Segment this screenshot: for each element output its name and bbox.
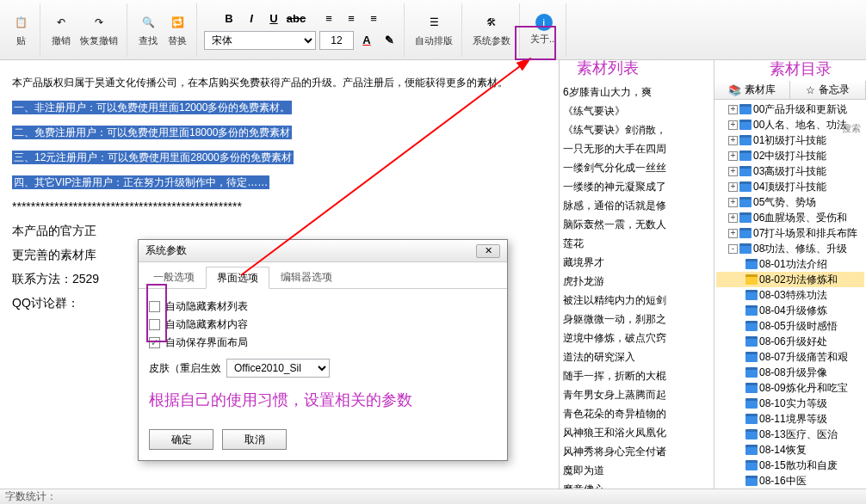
tree-body[interactable]: +00产品升级和更新说+00人名、地名、功法+01初级打斗技能+02中级打斗技能… (714, 100, 866, 489)
expand-icon[interactable]: + (728, 151, 738, 161)
tree-item[interactable]: 08-04升级修炼 (716, 303, 864, 318)
ok-button[interactable]: 确定 (149, 429, 213, 450)
tree-item-label: 04顶级打斗技能 (753, 179, 826, 194)
checkbox-save-layout[interactable]: ✓ (149, 337, 160, 348)
expand-icon[interactable]: + (728, 167, 738, 176)
material-list-item[interactable]: 青色花朵的奇异植物的 (563, 404, 710, 423)
material-list-item[interactable]: 身躯微微一动，刹那之 (563, 310, 710, 329)
tree-item[interactable]: +04顶级打斗技能 (716, 179, 864, 194)
tree-item[interactable]: 08-10实力等级 (716, 396, 864, 411)
material-list-item[interactable]: 风神秀将身心完全付诸 (563, 442, 710, 461)
align-left-button[interactable]: ≡ (319, 10, 338, 28)
folder-icon (739, 197, 752, 207)
expand-icon[interactable]: + (728, 136, 738, 145)
dialog-body: 自动隐藏素材列表 自动隐藏素材内容 ✓自动保存界面布局 皮肤（重启生效 Offi… (139, 289, 507, 422)
close-button[interactable]: ✕ (476, 244, 500, 258)
bold-button[interactable]: B (220, 10, 238, 28)
tree-item[interactable]: 08-14恢复 (716, 442, 864, 458)
tree-item[interactable]: 08-13医疗、医治 (716, 427, 864, 442)
auto-layout-button[interactable]: ☰ 自动排版 (411, 10, 456, 49)
tree-item[interactable]: +07打斗场景和排兵布阵 (716, 225, 864, 241)
tree-item[interactable]: 08-09炼化丹和吃宝 (716, 380, 864, 396)
tree-item[interactable]: +06血腥场景、受伤和 (716, 210, 864, 225)
material-list-item[interactable]: 魔意佛心 (563, 480, 710, 489)
tab-editor[interactable]: 编辑器选项 (269, 266, 343, 288)
material-list-item[interactable]: 《练气要诀》剑消散， (563, 120, 710, 139)
undo-button[interactable]: ↶ 撤销 (47, 10, 75, 49)
skin-select[interactable]: Office2010_Sil (226, 359, 330, 378)
system-param-button[interactable]: 🛠 系统参数 (469, 10, 514, 49)
replace-button[interactable]: 🔁 替换 (164, 10, 191, 49)
font-size-input[interactable] (319, 31, 354, 50)
tree-item[interactable]: 08-02功法修炼和 (716, 272, 864, 287)
tree-item-label: 02中级打斗技能 (753, 148, 826, 163)
tree-item[interactable]: -08功法、修练、升级 (716, 241, 864, 256)
paste-button[interactable]: 📋 贴 (7, 10, 34, 49)
tree-item[interactable]: 08-03特殊功法 (716, 287, 864, 303)
highlight-button[interactable]: ✎ (380, 32, 399, 49)
material-list-item[interactable]: 一缕缕的神元凝聚成了 (563, 177, 710, 196)
italic-button[interactable]: I (242, 10, 261, 28)
tree-item[interactable]: 08-01功法介绍 (716, 256, 864, 272)
material-list-item[interactable]: 脑际轰然一震，无数人 (563, 215, 710, 234)
material-list-item[interactable]: 一缕剑气分化成一丝丝 (563, 158, 710, 177)
tree-item[interactable]: 08-06升级好处 (716, 334, 864, 349)
find-button[interactable]: 🔍 查找 (134, 10, 162, 49)
material-list[interactable]: 素材列表 6岁膝青山大力，爽《练气要诀》《练气要诀》剑消散，一只无形的大手在四周… (560, 60, 714, 489)
tree-item[interactable]: +05气势、势场 (716, 194, 864, 210)
tree-item-label: 08-10实力等级 (759, 396, 827, 411)
align-right-button[interactable]: ≡ (364, 10, 383, 28)
material-list-item[interactable]: 逆境中修炼，破点穴窍 (563, 329, 710, 347)
tree-item[interactable]: 08-05升级时感悟 (716, 318, 864, 334)
material-list-item[interactable]: 随手一挥，折断的大棍 (563, 366, 710, 385)
editor-line: 一、非注册用户：可以免费使用里面12000多份的免费素材。 (12, 97, 547, 117)
material-list-item[interactable]: 魔即为道 (563, 461, 710, 480)
align-center-button[interactable]: ≡ (342, 10, 361, 28)
material-list-item[interactable]: 一只无形的大手在四周 (563, 139, 710, 158)
expand-icon[interactable]: + (728, 120, 738, 130)
material-list-item[interactable]: 青年男女身上蒸腾而起 (563, 385, 710, 404)
material-list-item[interactable]: 6岁膝青山大力，爽 (563, 83, 710, 101)
font-color-button[interactable]: A (357, 32, 376, 49)
expand-icon[interactable]: + (728, 213, 738, 223)
expand-icon[interactable]: - (728, 244, 738, 254)
checkbox-hide-list[interactable] (149, 301, 160, 312)
cancel-button[interactable]: 取消 (222, 429, 287, 450)
folder-icon (745, 414, 758, 424)
tab-ui[interactable]: 界面选项 (206, 267, 269, 289)
redo-button[interactable]: ↷ 恢复撤销 (77, 10, 121, 49)
editor-line: 三、12元注册用户：可以免费使用里面28000多份的免费素材 (12, 147, 547, 167)
tree-item[interactable]: 08-16中医 (716, 473, 864, 489)
expand-icon[interactable]: + (728, 105, 738, 114)
about-button[interactable]: i 关于... (527, 12, 560, 47)
expand-icon[interactable]: + (728, 198, 738, 207)
tree-item[interactable]: 08-07升级痛苦和艰 (716, 349, 864, 365)
material-list-item[interactable]: 风神狼王和浴火凤凰化 (563, 423, 710, 442)
dialog-titlebar[interactable]: 系统参数 ✕ (139, 240, 507, 262)
tree-item-label: 08-08升级异像 (759, 365, 827, 380)
auto-layout-icon: ☰ (424, 12, 444, 33)
tab-general[interactable]: 一般选项 (142, 266, 206, 288)
tab-library[interactable]: 📚素材库 (714, 81, 790, 99)
material-list-item[interactable]: 虎扑龙游 (563, 272, 710, 291)
material-list-item[interactable]: 《练气要诀》 (563, 101, 710, 120)
tree-item[interactable]: 08-15散功和自废 (716, 458, 864, 473)
strike-button[interactable]: abc (287, 10, 306, 28)
tab-memo[interactable]: ☆备忘录 (790, 81, 866, 99)
tree-item[interactable]: +03高级打斗技能 (716, 163, 864, 179)
tree-item[interactable]: +02中级打斗技能 (716, 148, 864, 163)
checkbox-hide-content[interactable] (149, 319, 160, 330)
expand-icon[interactable]: + (728, 182, 738, 192)
font-select[interactable]: 宋体 (204, 31, 316, 50)
tree-item[interactable]: 08-11境界等级 (716, 411, 864, 427)
material-list-item[interactable]: 藏境界才 (563, 253, 710, 272)
material-list-item[interactable]: 脉感，通俗的话就是修 (563, 196, 710, 215)
tree-item[interactable]: +00产品升级和更新说 (716, 101, 864, 117)
material-list-item[interactable]: 被注以精纯内力的短剑 (563, 291, 710, 310)
underline-button[interactable]: U (264, 10, 283, 28)
material-list-item[interactable]: 道法的研究深入 (563, 347, 710, 366)
tree-item[interactable]: 08-08升级异像 (716, 365, 864, 380)
material-list-item[interactable]: 莲花 (563, 234, 710, 253)
expand-icon[interactable]: + (728, 229, 738, 238)
search-hint[interactable]: 搜索 (842, 122, 866, 135)
